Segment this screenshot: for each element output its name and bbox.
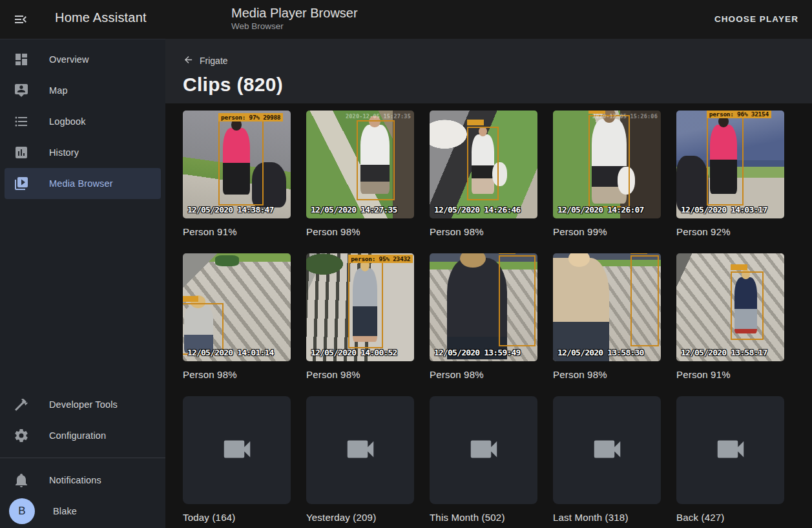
breadcrumb[interactable]: Frigate	[183, 54, 228, 67]
sidebar-item-overview[interactable]: Overview	[5, 44, 161, 75]
folder-label: Back (427)	[676, 511, 784, 524]
folder-card	[183, 396, 291, 504]
clip-item[interactable]: person: 97% 2998812/05/2020 14:38:47Pers…	[183, 111, 291, 238]
clip-timestamp-overlay: 12/05/2020 14:03:17	[681, 205, 767, 215]
user-name: Blake	[53, 506, 77, 516]
sidebar-item-history[interactable]: History	[5, 137, 161, 168]
folder-item-today-164[interactable]: Today (164)	[183, 396, 291, 524]
detection-bounding-box	[731, 271, 764, 339]
page-heading: Media Player Browser Web Browser	[231, 5, 358, 32]
clip-item[interactable]: 2020-12-05 15:26:0612/05/2020 14:26:07Pe…	[553, 111, 661, 238]
clip-timestamp-overlay: 12/05/2020 14:01:14	[187, 348, 274, 357]
clip-thumbnail: 12/05/2020 14:01:14	[183, 253, 291, 361]
detection-bounding-box: person: 96% 32154	[707, 117, 744, 206]
menu-open-icon	[13, 12, 31, 27]
clip-thumbnail: 12/05/2020 13:59:49	[430, 253, 537, 361]
avatar: B	[9, 498, 35, 524]
clip-item[interactable]: 2020-12-05 15:27:3512/05/2020 14:27:35Pe…	[306, 111, 414, 238]
folder-label: This Month (502)	[430, 511, 537, 524]
camera-osd-timestamp: 2020-12-05 15:26:06	[592, 113, 658, 120]
clip-caption: Person 98%	[306, 368, 414, 381]
detection-label-chip: person: 95% 23432	[348, 255, 413, 263]
clip-item[interactable]: 12/05/2020 13:58:30Person 98%	[553, 253, 661, 381]
detection-bounding-box	[467, 127, 498, 200]
folder-item-back-427[interactable]: Back (427)	[676, 396, 784, 524]
bell-icon	[14, 472, 29, 488]
sidebar-toggle-button[interactable]	[9, 8, 35, 31]
clip-thumbnail: 2020-12-05 15:26:0612/05/2020 14:26:07	[553, 111, 661, 218]
sidebar-main-items: OverviewMapLogbookHistoryMedia Browser	[0, 44, 165, 199]
detection-bounding-box	[499, 255, 536, 346]
sidebar-item-developer-tools[interactable]: Developer Tools	[5, 389, 161, 420]
clip-item[interactable]: 12/05/2020 13:59:49Person 98%	[430, 253, 537, 381]
media-grid: person: 97% 2998812/05/2020 14:38:47Pers…	[183, 111, 796, 524]
clip-thumbnail: 12/05/2020 13:58:17	[676, 253, 784, 361]
clip-timestamp-overlay: 12/05/2020 13:59:49	[434, 348, 521, 357]
app-bar: Home Assistant Media Player Browser Web …	[0, 0, 812, 39]
home-assistant-app: Home Assistant Media Player Browser Web …	[0, 0, 812, 528]
clip-timestamp-overlay: 12/05/2020 13:58:30	[557, 348, 644, 357]
folder-card	[306, 396, 414, 504]
gear-icon	[14, 428, 29, 443]
detection-bounding-box: person: 97% 29988	[218, 120, 264, 206]
sidebar-item-label: Configuration	[49, 430, 106, 441]
media-browser-header: Frigate Clips (820)	[165, 39, 812, 103]
clip-timestamp-overlay: 12/05/2020 14:26:46	[434, 205, 521, 215]
folder-item-this-month-502[interactable]: This Month (502)	[430, 396, 537, 524]
page-subtitle: Web Browser	[231, 21, 358, 32]
scene-object	[215, 255, 239, 266]
sidebar-item-label: Overview	[49, 54, 89, 65]
clip-item[interactable]: person: 96% 3215412/05/2020 14:03:17Pers…	[676, 111, 784, 238]
chart-box-icon	[14, 145, 29, 160]
clip-timestamp-overlay: 12/05/2020 14:38:47	[187, 205, 274, 215]
video-icon	[466, 432, 501, 469]
sidebar-item-label: Logbook	[49, 116, 86, 127]
sidebar-item-user[interactable]: B Blake	[5, 496, 161, 527]
clip-caption: Person 98%	[430, 226, 537, 238]
folder-label: Last Month (318)	[553, 511, 661, 524]
detection-bounding-box: person: 95% 23432	[348, 262, 382, 348]
sidebar-item-configuration[interactable]: Configuration	[5, 420, 161, 451]
sidebar-item-label: Developer Tools	[49, 399, 118, 410]
app-title: Home Assistant	[55, 10, 147, 25]
media-browser-panel: Frigate Clips (820) person: 97% 2998812/…	[165, 39, 812, 528]
detection-label-chip	[731, 264, 747, 270]
detection-label-chip	[183, 296, 198, 302]
detection-label-chip: person: 97% 29988	[218, 113, 283, 121]
clip-caption: Person 98%	[183, 368, 291, 381]
clip-thumbnail: person: 97% 2998812/05/2020 14:38:47	[183, 111, 291, 218]
folder-card	[676, 396, 784, 504]
hammer-icon	[14, 397, 29, 412]
choose-player-button[interactable]: CHOOSE PLAYER	[709, 10, 804, 28]
arrow-left-icon	[183, 54, 194, 67]
clip-caption: Person 98%	[553, 368, 661, 381]
sidebar-item-label: Map	[49, 85, 68, 96]
sidebar-divider	[0, 458, 165, 458]
detection-label-chip: person: 96% 32154	[707, 111, 771, 118]
clip-item[interactable]: 12/05/2020 14:26:46Person 98%	[430, 111, 537, 238]
clip-item[interactable]: 12/05/2020 14:01:14Person 98%	[183, 253, 291, 381]
folder-item-last-month-318[interactable]: Last Month (318)	[553, 396, 661, 524]
body-row: OverviewMapLogbookHistoryMedia Browser D…	[0, 39, 812, 528]
clip-thumbnail: person: 96% 3215412/05/2020 14:03:17	[676, 111, 784, 218]
clip-caption: Person 99%	[553, 226, 661, 238]
folder-card	[553, 396, 661, 504]
sidebar-item-label: History	[49, 147, 79, 158]
clip-item[interactable]: 12/05/2020 13:58:17Person 91%	[676, 253, 784, 381]
sidebar-item-notifications[interactable]: Notifications	[5, 465, 161, 496]
clip-timestamp-overlay: 12/05/2020 14:00:52	[311, 348, 397, 357]
sidebar-item-label: Media Browser	[49, 178, 113, 189]
detection-bounding-box	[588, 115, 629, 208]
sidebar-item-map[interactable]: Map	[5, 75, 161, 106]
sidebar-item-logbook[interactable]: Logbook	[5, 106, 161, 137]
clip-item[interactable]: person: 95% 2343212/05/2020 14:00:52Pers…	[306, 253, 414, 381]
video-icon	[590, 432, 625, 469]
sidebar-item-media-browser[interactable]: Media Browser	[5, 168, 161, 199]
view-dashboard-icon	[14, 52, 29, 67]
clip-timestamp-overlay: 12/05/2020 13:58:17	[681, 348, 767, 357]
sidebar-secondary-items: Developer ToolsConfiguration	[0, 389, 165, 451]
folder-card	[430, 396, 537, 504]
clip-caption: Person 98%	[306, 226, 414, 238]
folder-item-yesterday-209[interactable]: Yesterday (209)	[306, 396, 414, 524]
page-title: Media Player Browser	[231, 5, 358, 21]
